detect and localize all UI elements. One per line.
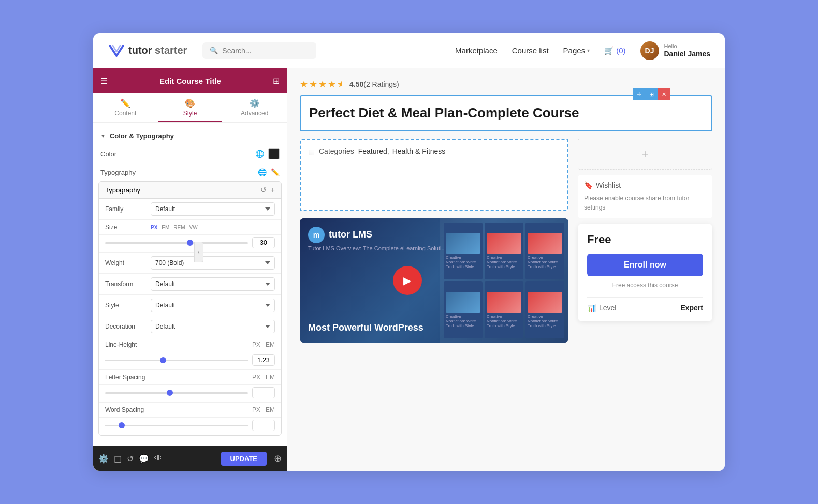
widget-grid-button[interactable]: ⊞ — [645, 88, 658, 100]
line-height-unit-px[interactable]: PX — [252, 341, 260, 348]
letter-spacing-unit-px[interactable]: PX — [252, 374, 260, 381]
search-input[interactable] — [222, 47, 309, 55]
size-slider[interactable] — [105, 242, 248, 244]
share-note: Please enable course share from tutor se… — [584, 194, 706, 212]
typography-edit-icon[interactable]: ✏️ — [271, 168, 280, 176]
color-swatch[interactable] — [268, 148, 280, 159]
size-unit-rem[interactable]: REM — [172, 224, 186, 231]
search-bar[interactable]: 🔍 — [202, 42, 316, 59]
word-spacing-value-input[interactable] — [252, 420, 275, 431]
typography-box-header: Typography ↺ + — [99, 182, 281, 199]
thumb-3: Creative Nonfiction: Write Truth with St… — [525, 223, 564, 279]
page-content: ★ ★ ★ ★ ★ 4.50(2 Ratings) Perfect Diet &… — [287, 68, 725, 471]
logo-text: tutor starter — [128, 45, 187, 56]
typography-row: Typography 🌐 ✏️ — [93, 164, 287, 181]
letter-spacing-slider[interactable] — [105, 392, 248, 394]
typography-box-label: Typography — [105, 186, 140, 194]
course-title-container: Perfect Diet & Meal Plan-Complete Course… — [300, 95, 712, 131]
letter-spacing-slider-row — [99, 385, 281, 403]
letter-spacing-unit-em[interactable]: EM — [266, 374, 275, 381]
line-height-value-input[interactable] — [252, 354, 275, 366]
size-slider-row — [99, 235, 281, 253]
line-height-unit-em[interactable]: EM — [266, 341, 275, 348]
word-spacing-slider-row — [99, 418, 281, 435]
weight-select[interactable]: 700 (Bold) — [151, 256, 275, 270]
toolbar-plus-icon[interactable]: ⊕ — [274, 453, 282, 464]
line-height-slider[interactable] — [105, 360, 248, 361]
section-label: Color & Typography — [110, 132, 174, 140]
tab-advanced[interactable]: ⚙️ Advanced — [222, 93, 287, 122]
tab-style[interactable]: 🎨 Style — [158, 93, 223, 122]
category-health: Health & Fitness — [392, 147, 446, 155]
family-row: Family Default — [99, 199, 281, 220]
weight-row: Weight 700 (Bold) — [99, 253, 281, 274]
course-price: Free — [587, 233, 703, 246]
video-block[interactable]: m tutor LMS Tutor LMS Overview: The Comp… — [300, 218, 568, 343]
sidebar: ☰ Edit Course Title ⊞ ✏️ Content 🎨 Style… — [93, 68, 287, 471]
grid-icon[interactable]: ⊞ — [273, 76, 280, 86]
size-unit-px[interactable]: PX — [150, 224, 158, 231]
stars: ★ ★ ★ ★ ★ — [300, 79, 345, 90]
transform-select[interactable]: Default — [151, 277, 275, 291]
word-spacing-unit-px[interactable]: PX — [252, 406, 260, 413]
section-arrow: ▼ — [100, 133, 106, 139]
layers-icon[interactable]: ◫ — [114, 454, 122, 464]
chat-icon[interactable]: 💬 — [139, 454, 149, 464]
sidebar-header: ☰ Edit Course Title ⊞ — [93, 68, 287, 93]
typography-add-icon[interactable]: + — [271, 186, 275, 194]
menu-icon[interactable]: ☰ — [100, 76, 108, 86]
size-unit-vw[interactable]: VW — [188, 224, 199, 231]
sidebar-toolbar: ⚙️ ◫ ↺ 💬 👁 UPDATE ⊕ — [93, 446, 287, 471]
typography-globe-icon[interactable]: 🌐 — [258, 168, 267, 176]
sidebar-title: Edit Course Title — [108, 77, 273, 85]
size-unit-em[interactable]: EM — [160, 224, 170, 231]
video-title: Tutor LMS Overview: The Complete eLearni… — [308, 245, 446, 251]
word-spacing-unit-em[interactable]: EM — [266, 406, 275, 413]
color-typography-section[interactable]: ▼ Color & Typography — [93, 128, 287, 144]
categories-block: ▦ Categories Featured, Health & Fitness — [300, 139, 568, 211]
typography-reset-icon[interactable]: ↺ — [260, 186, 267, 194]
wishlist-button[interactable]: 🔖 Wishlist — [584, 181, 706, 189]
nav-pages[interactable]: Pages ▾ — [563, 46, 590, 55]
tab-content[interactable]: ✏️ Content — [93, 93, 158, 122]
widget-move-button[interactable]: ✛ — [633, 88, 645, 100]
sidebar-tabs: ✏️ Content 🎨 Style ⚙️ Advanced — [93, 93, 287, 123]
word-spacing-slider[interactable] — [105, 425, 248, 426]
categories-tags: Featured, Health & Fitness — [358, 147, 446, 155]
family-select[interactable]: Default — [151, 202, 275, 216]
main-window: tutor starter 🔍 Marketplace Course list … — [93, 33, 725, 471]
color-globe-icon[interactable]: 🌐 — [255, 150, 264, 158]
thumb-grid: Creative Nonfiction: Write Truth with St… — [440, 218, 568, 343]
add-section-button[interactable]: + — [578, 139, 712, 170]
tutor-logo-icon: m — [308, 227, 325, 243]
color-row: Color 🌐 — [93, 144, 287, 164]
view-icon[interactable]: 👁 — [154, 454, 163, 463]
decoration-select[interactable]: Default — [151, 320, 275, 333]
letter-spacing-value-input[interactable] — [252, 387, 275, 398]
size-value-input[interactable] — [252, 237, 275, 248]
enroll-button[interactable]: Enroll now — [587, 254, 703, 276]
video-play-button[interactable]: ▶ — [393, 266, 422, 295]
nav-course-list[interactable]: Course list — [512, 46, 549, 55]
nav-marketplace[interactable]: Marketplace — [455, 46, 498, 55]
rating-text: 4.50(2 Ratings) — [349, 80, 399, 88]
bookmark-icon: 🔖 — [584, 181, 593, 189]
user-hello: Hello — [664, 43, 711, 50]
level-icon: 📊 — [587, 304, 596, 312]
collapse-sidebar-button[interactable]: ‹ — [194, 242, 203, 262]
style-select[interactable]: Default — [151, 299, 275, 312]
transform-row: Transform Default — [99, 274, 281, 295]
cart-button[interactable]: 🛒 (0) — [604, 46, 625, 55]
categories-icon: ▦ — [308, 147, 315, 156]
letter-spacing-row: Letter Spacing PX EM — [99, 370, 281, 385]
course-title-block[interactable]: Perfect Diet & Meal Plan-Complete Course… — [300, 95, 712, 131]
widget-close-button[interactable]: ✕ — [658, 88, 670, 100]
categories-label: Categories — [319, 147, 354, 155]
avatar: DJ — [640, 41, 659, 60]
weight-label: Weight — [105, 259, 147, 266]
history-icon[interactable]: ↺ — [127, 454, 134, 464]
settings-icon[interactable]: ⚙️ — [98, 454, 109, 464]
update-button[interactable]: UPDATE — [221, 452, 267, 466]
user-name: Daniel James — [664, 50, 711, 58]
advanced-tab-icon: ⚙️ — [250, 98, 260, 108]
